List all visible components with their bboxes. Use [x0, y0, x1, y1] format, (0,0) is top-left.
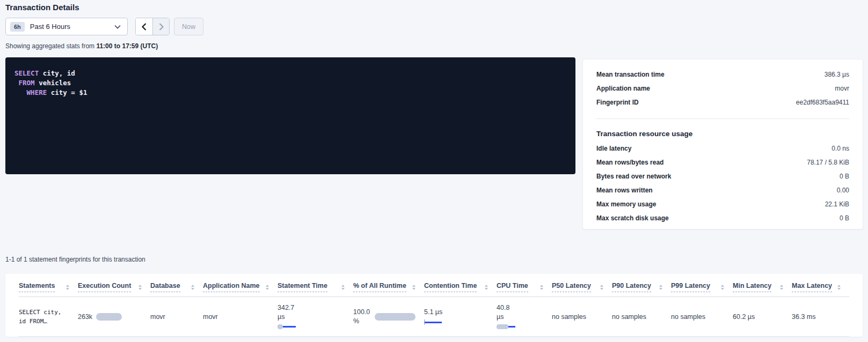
sql-line: SELECT city, id	[14, 69, 575, 78]
chevron-right-icon	[159, 23, 164, 31]
column-header-min-latency[interactable]: Min Latency	[733, 274, 792, 297]
resource-label: Max scratch disk usage	[596, 214, 669, 222]
time-range-label: Past 6 Hours	[30, 23, 70, 31]
time-range-select[interactable]: 6h Past 6 Hours	[5, 18, 128, 35]
cpu-time-cell: 40.8 µs	[497, 297, 552, 337]
sort-icon	[341, 285, 345, 290]
table-row: SELECT city, id FROM… 263k movr movr 342…	[19, 297, 849, 337]
sort-icon	[837, 285, 841, 290]
sql-line: FROM vehicles	[14, 78, 575, 88]
resource-label: Bytes read over network	[596, 173, 671, 180]
summary-label: Application name	[596, 85, 650, 92]
column-header-database[interactable]: Database	[150, 274, 203, 297]
statement-time-bar	[278, 324, 296, 330]
table-header-row: Statements Execution Count Database Appl…	[19, 274, 849, 297]
aggregated-stats-range: 11:00 to 17:59 (UTC)	[96, 42, 158, 50]
summary-value: movr	[835, 85, 849, 92]
column-header-cpu-time[interactable]: CPU Time	[497, 274, 552, 297]
pct-runtime-bar	[375, 313, 415, 321]
sort-icon	[412, 285, 415, 290]
summary-value: ee2df683f5aa9411	[796, 99, 849, 106]
p99-latency-cell: no samples	[671, 297, 733, 337]
contention-time-bar	[424, 319, 442, 325]
time-controls: 6h Past 6 Hours Now	[5, 18, 203, 35]
application-name-cell: movr	[203, 297, 278, 337]
max-latency-cell: 36.3 ms	[792, 297, 849, 337]
sort-icon	[191, 285, 194, 290]
cpu-time-bar	[497, 324, 516, 330]
resource-label: Mean rows written	[596, 187, 653, 194]
statement-fingerprint-link[interactable]: SELECT city, id FROM…	[19, 308, 75, 326]
summary-label: Mean transaction time	[596, 71, 665, 78]
statements-table: Statements Execution Count Database Appl…	[19, 274, 849, 337]
chevron-left-icon	[142, 23, 147, 31]
transaction-summary-panel: Mean transaction time 386.3 µs Applicati…	[582, 59, 863, 229]
sort-icon	[659, 285, 662, 290]
resource-row: Mean rows/bytes read 78.17 / 5.8 KiB	[596, 159, 849, 173]
previous-range-button[interactable]	[136, 18, 152, 35]
column-header-p50-latency[interactable]: P50 Latency	[552, 274, 612, 297]
min-latency-cell: 60.2 µs	[733, 297, 792, 337]
database-cell: movr	[150, 297, 203, 337]
summary-row: Fingerprint ID ee2df683f5aa9411	[596, 99, 849, 113]
resource-row: Mean rows written 0.00	[596, 187, 849, 200]
sort-icon	[780, 285, 783, 290]
resource-value: 0 B	[840, 173, 849, 180]
resource-row: Idle latency 0.0 ns	[596, 145, 849, 159]
resource-value: 22.1 KiB	[825, 200, 849, 208]
column-header-statements[interactable]: Statements	[19, 274, 78, 297]
time-range-badge: 6h	[10, 22, 25, 32]
time-range-arrows	[135, 18, 170, 35]
resource-value: 0.0 ns	[831, 145, 849, 152]
sort-icon	[266, 285, 269, 290]
column-header-statement-time[interactable]: Statement Time	[278, 274, 353, 297]
summary-value: 386.3 µs	[825, 71, 849, 78]
resource-value: 0.00	[837, 187, 849, 194]
resource-row: Max scratch disk usage 0 B	[596, 214, 849, 228]
aggregated-stats-caption: Showing aggregated stats from 11:00 to 1…	[5, 42, 158, 50]
summary-row: Mean transaction time 386.3 µs	[596, 71, 849, 85]
sql-fingerprint-box: SELECT city, id FROM vehicles WHERE city…	[5, 57, 575, 174]
column-header-pct-runtime[interactable]: % of All Runtime	[353, 274, 424, 297]
resource-label: Max memory usage	[596, 200, 656, 208]
contention-time-cell: 5.1 µs	[424, 297, 497, 337]
column-header-p90-latency[interactable]: P90 Latency	[612, 274, 671, 297]
p90-latency-cell: no samples	[612, 297, 671, 337]
column-header-application-name[interactable]: Application Name	[203, 274, 278, 297]
sort-icon	[540, 285, 543, 290]
resource-label: Mean rows/bytes read	[596, 159, 663, 166]
resource-usage-title: Transaction resource usage	[596, 130, 849, 138]
column-header-contention-time[interactable]: Contention Time	[424, 274, 497, 297]
sort-icon	[600, 285, 603, 290]
chevron-down-icon	[114, 25, 121, 29]
statement-time-cell: 342.7 µs	[278, 297, 353, 337]
column-header-p99-latency[interactable]: P99 Latency	[671, 274, 733, 297]
summary-row: Application name movr	[596, 85, 849, 99]
p50-latency-cell: no samples	[552, 297, 612, 337]
resource-row: Max memory usage 22.1 KiB	[596, 200, 849, 214]
sort-icon	[138, 285, 142, 290]
next-range-button[interactable]	[152, 18, 169, 35]
sort-icon	[66, 285, 69, 290]
column-header-execution-count[interactable]: Execution Count	[78, 274, 150, 297]
sort-icon	[721, 285, 724, 290]
pct-runtime-cell: 100.0 %	[353, 297, 424, 337]
statements-table-card: Statements Execution Count Database Appl…	[5, 274, 863, 337]
resource-value: 78.17 / 5.8 KiB	[807, 159, 849, 166]
divider	[596, 118, 849, 119]
sql-line: WHERE city = $1	[14, 88, 575, 98]
now-button[interactable]: Now	[174, 18, 203, 35]
column-header-max-latency[interactable]: Max Latency	[792, 274, 849, 297]
execution-count-bar	[96, 313, 122, 321]
resource-value: 0 B	[840, 214, 849, 222]
sort-icon	[485, 285, 488, 290]
summary-label: Fingerprint ID	[596, 99, 639, 106]
execution-count-cell: 263k	[78, 297, 150, 337]
statements-count-caption: 1-1 of 1 statement fingerprints for this…	[5, 256, 145, 263]
resource-label: Idle latency	[596, 145, 631, 152]
resource-row: Bytes read over network 0 B	[596, 173, 849, 187]
page-title: Transaction Details	[5, 3, 79, 12]
